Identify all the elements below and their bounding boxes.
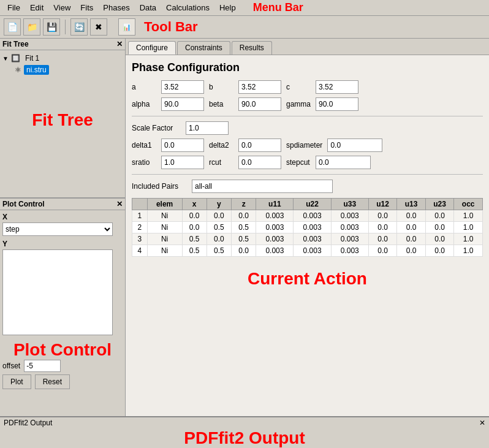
fit-tree-close-button[interactable]: ✕ xyxy=(116,40,123,48)
cell-u12: 0.0 xyxy=(368,245,397,257)
tree-fit-item[interactable]: ▼ 🔲 Fit 1 xyxy=(2,53,123,64)
table-row[interactable]: 2Ni0.00.50.50.0030.0030.0030.00.00.01.0 xyxy=(132,222,483,233)
col-u33: u33 xyxy=(331,199,368,210)
lattice-abc-row: a b c xyxy=(132,80,483,94)
included-pairs-row: Included Pairs xyxy=(132,180,483,193)
tree-arrow-icon: ▼ xyxy=(2,55,9,62)
cell-z: 0.0 xyxy=(232,210,256,222)
refresh-button[interactable]: 🔄 xyxy=(70,18,88,36)
new-button[interactable]: 📄 xyxy=(4,18,21,36)
open-button[interactable]: 📁 xyxy=(23,18,40,36)
cell-z: 0.5 xyxy=(232,233,256,245)
c-input[interactable] xyxy=(316,80,358,94)
offset-label: offset xyxy=(2,362,20,370)
offset-row: offset xyxy=(2,360,123,372)
tab-constraints[interactable]: Constraints xyxy=(177,41,230,55)
col-id xyxy=(132,199,148,210)
spdiameter-input[interactable] xyxy=(327,139,382,152)
stepcut-label: stepcut xyxy=(286,158,311,167)
cell-occ: 1.0 xyxy=(454,245,483,257)
cell-u33: 0.003 xyxy=(331,222,368,233)
col-u13: u13 xyxy=(397,199,426,210)
rcut-input[interactable] xyxy=(238,156,281,169)
menu-phases[interactable]: Phases xyxy=(98,2,134,13)
cell-y: 0.5 xyxy=(207,222,231,233)
pdffit2-output-section: PDFfit2 Output ✕ PDFfit2 Output xyxy=(0,416,489,448)
save-button[interactable]: 💾 xyxy=(43,18,60,36)
cell-x: 0.5 xyxy=(182,245,207,257)
cell-id: 3 xyxy=(132,233,148,245)
b-label: b xyxy=(209,83,233,91)
table-row[interactable]: 3Ni0.50.00.50.0030.0030.0030.00.00.01.0 xyxy=(132,233,483,245)
pdffit2-output-header: PDFfit2 Output ✕ xyxy=(0,417,489,428)
gamma-input[interactable] xyxy=(316,97,358,111)
x-select[interactable]: step xyxy=(2,222,113,236)
plot-control-header: Plot Control ✕ xyxy=(0,199,125,210)
pdffit2-output-close-button[interactable]: ✕ xyxy=(479,419,485,427)
menu-edit[interactable]: Edit xyxy=(25,2,48,13)
menu-data[interactable]: Data xyxy=(135,2,161,13)
sratio-input[interactable] xyxy=(161,156,204,169)
menu-calculations[interactable]: Calculations xyxy=(161,2,214,13)
tab-configure[interactable]: Configure xyxy=(128,41,176,55)
sratio-row: sratio rcut stepcut xyxy=(132,156,483,169)
fit-icon: 🔲 xyxy=(11,54,20,63)
plot-control: Plot Control ✕ X step Y Plot Control off… xyxy=(0,198,125,416)
alpha-input[interactable] xyxy=(161,97,204,111)
menu-file[interactable]: File xyxy=(2,2,25,13)
fit-tree: Fit Tree ✕ ▼ 🔲 Fit 1 ⚛ ni.stru Fit Tree xyxy=(0,39,125,198)
menu-fits[interactable]: Fits xyxy=(75,2,98,13)
cell-y: 0.5 xyxy=(207,245,231,257)
reset-button[interactable]: Reset xyxy=(35,374,70,389)
cell-occ: 1.0 xyxy=(454,222,483,233)
cell-x: 0.0 xyxy=(182,222,207,233)
menu-help[interactable]: Help xyxy=(214,2,241,13)
cell-occ: 1.0 xyxy=(454,210,483,222)
phase-config: Phase Configuration a b c alpha beta gam… xyxy=(126,55,489,416)
included-pairs-input[interactable] xyxy=(192,180,333,193)
atom-table: elem x y z u11 u22 u33 u12 u13 u23 occ 1… xyxy=(132,198,483,257)
lattice-angles-row: alpha beta gamma xyxy=(132,97,483,111)
cell-u11: 0.003 xyxy=(256,233,294,245)
toolbar-separator xyxy=(65,20,66,34)
delta2-label: delta2 xyxy=(209,141,233,150)
plot-button[interactable]: Plot xyxy=(2,374,31,389)
stepcut-input[interactable] xyxy=(316,156,371,169)
pdffit2-output-big-label: PDFfit2 Output xyxy=(184,428,305,447)
cell-u33: 0.003 xyxy=(331,245,368,257)
plot-control-close-button[interactable]: ✕ xyxy=(116,200,123,208)
phase-config-title: Phase Configuration xyxy=(132,61,483,74)
a-label: a xyxy=(132,83,156,91)
plot-control-big-label: Plot Control xyxy=(2,340,123,360)
col-occ: occ xyxy=(454,199,483,210)
offset-input[interactable] xyxy=(24,360,61,372)
delta1-input[interactable] xyxy=(161,139,204,152)
pdffit2-output-big-label-container: PDFfit2 Output xyxy=(0,428,489,448)
cell-u22: 0.003 xyxy=(294,245,331,257)
cell-id: 1 xyxy=(132,210,148,222)
rcut-label: rcut xyxy=(209,158,233,167)
scale-input[interactable] xyxy=(186,121,229,135)
b-input[interactable] xyxy=(238,80,281,94)
plot-control-title: Plot Control xyxy=(2,200,45,208)
fit-tree-title: Fit Tree xyxy=(2,40,29,48)
beta-input[interactable] xyxy=(238,97,281,111)
included-pairs-label: Included Pairs xyxy=(132,182,187,191)
cell-u13: 0.0 xyxy=(397,210,426,222)
x-label: X xyxy=(2,213,123,221)
a-input[interactable] xyxy=(161,80,204,94)
menu-view[interactable]: View xyxy=(48,2,75,13)
delta1-label: delta1 xyxy=(132,141,156,150)
stop-button[interactable]: ✖ xyxy=(90,18,107,36)
delta2-input[interactable] xyxy=(238,139,281,152)
cell-y: 0.0 xyxy=(207,233,231,245)
cell-u12: 0.0 xyxy=(368,210,397,222)
tree-phase-item[interactable]: ⚛ ni.stru xyxy=(2,64,123,76)
cell-elem: Ni xyxy=(147,222,182,233)
cell-u13: 0.0 xyxy=(397,233,426,245)
y-listbox[interactable] xyxy=(2,249,113,335)
tab-results[interactable]: Results xyxy=(232,41,272,55)
table-row[interactable]: 1Ni0.00.00.00.0030.0030.0030.00.00.01.0 xyxy=(132,210,483,222)
cell-u12: 0.0 xyxy=(368,222,397,233)
table-row[interactable]: 4Ni0.50.50.00.0030.0030.0030.00.00.01.0 xyxy=(132,245,483,257)
